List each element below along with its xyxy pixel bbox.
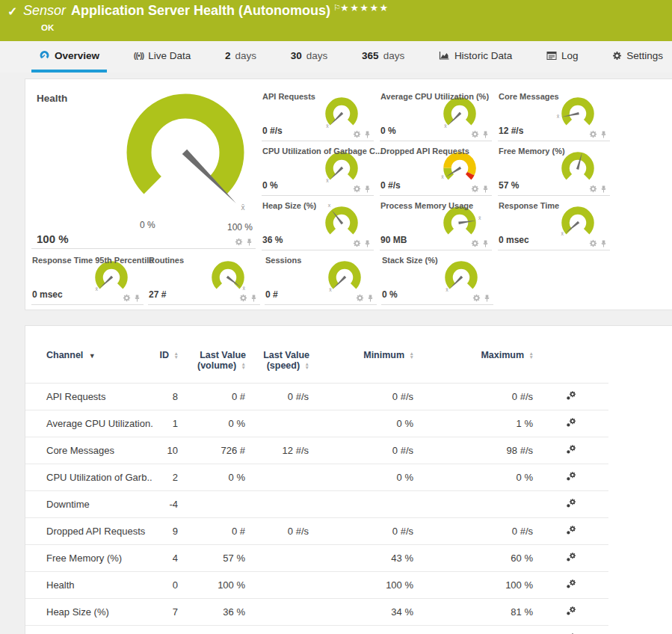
gauge-pin-icon[interactable] (482, 240, 489, 247)
column-header-last_speed[interactable]: Last Value (speed) ▲▼ (246, 347, 309, 384)
cell-maximum: 1 % (414, 410, 534, 437)
column-header-minimum[interactable]: Minimum ▲▼ (309, 347, 414, 384)
gauge-settings-icon[interactable] (472, 294, 481, 302)
cell-id: 2 (152, 464, 179, 491)
channel-settings-icon[interactable] (566, 417, 577, 428)
cell-last-volume: 36 % (179, 599, 246, 626)
gauge-value: 0 % (262, 180, 278, 191)
cell-last-speed: 0 #/s (246, 518, 309, 545)
priority-stars[interactable]: ★★★★★ (340, 2, 389, 13)
gauge-cell-response-time: Response Time x̄0 msec (498, 196, 610, 250)
gauge-settings-icon[interactable] (239, 294, 247, 302)
channel-settings-icon[interactable] (566, 498, 577, 508)
cell-id: 8 (152, 384, 179, 410)
cell-channel: CPU Utilization of Garb... (25, 464, 152, 491)
gauge-title: CPU Utilization of Garbage C... (262, 147, 382, 156)
gauge-value: 0 #/s (380, 180, 401, 191)
gauge-settings-icon[interactable] (235, 238, 243, 246)
cell-last-volume (179, 491, 246, 518)
gauge-settings-icon[interactable] (589, 185, 597, 193)
cell-minimum: 0 % (309, 464, 414, 491)
column-header-channel[interactable]: Channel ▼ (25, 347, 152, 384)
channel-settings-icon[interactable] (566, 552, 577, 562)
gauge-settings-icon[interactable] (356, 294, 364, 302)
cell-last-speed: 12 #/s (246, 437, 309, 464)
tab-settings[interactable]: Settings (605, 41, 671, 73)
tab-historic-data[interactable]: Historic Data (431, 41, 520, 73)
cell-minimum: 43 % (309, 545, 414, 572)
gauge-pin-icon[interactable] (364, 131, 371, 138)
gauge-pin-icon[interactable] (482, 185, 489, 193)
gauge-pin-icon[interactable] (600, 185, 607, 193)
cell-last-speed (246, 572, 309, 599)
overview-icon (39, 50, 50, 61)
channel-settings-icon[interactable] (566, 390, 577, 401)
gauge-settings-icon[interactable] (353, 239, 361, 247)
channels-table: Channel ▼ID ▲▼Last Value (volume) ▲▼Last… (25, 347, 608, 634)
column-header-maximum[interactable]: Maximum ▲▼ (414, 347, 534, 384)
tab-2-days[interactable]: 2days (218, 41, 264, 73)
gauge-pin-icon[interactable] (246, 238, 253, 246)
cell-minimum: 0 #/s (309, 518, 414, 545)
gauge-cell-heap-size: Heap Size (%) x̄36 % (262, 196, 374, 250)
channel-settings-icon[interactable] (566, 444, 577, 455)
gauge-pin-icon[interactable] (600, 131, 607, 138)
gauge-settings-icon[interactable] (123, 294, 131, 302)
gauge-settings-icon[interactable] (353, 130, 361, 138)
gauge-settings-icon[interactable] (589, 130, 597, 138)
gauge-pin-icon[interactable] (364, 240, 371, 247)
cell-maximum (414, 491, 534, 518)
gauge-settings-icon[interactable] (471, 239, 479, 247)
gauge-pin-icon[interactable] (250, 295, 257, 302)
gauge-cell-routines: Routines x̄27 # (148, 250, 260, 305)
tab-overview[interactable]: Overview (31, 41, 107, 73)
cell-last-speed (246, 491, 309, 518)
object-kind-label: Sensor (23, 3, 66, 18)
cell-last-volume: 0 # (179, 518, 246, 545)
tab-30-days[interactable]: 30days (283, 41, 336, 73)
gauge-title: Sessions (265, 256, 301, 265)
tab-live-data[interactable]: ((•))Live Data (126, 41, 199, 73)
tab-log[interactable]: Log (539, 41, 586, 73)
sort-icon: ▲▼ (410, 352, 414, 359)
sort-icon: ▲▼ (305, 363, 309, 369)
channel-settings-icon[interactable] (566, 579, 577, 589)
sensor-ok-check-icon: ✓ (7, 4, 17, 19)
cell-maximum: 60 % (414, 545, 534, 572)
column-header-last_volume[interactable]: Last Value (volume) ▲▼ (179, 347, 246, 384)
gauge-cell-response-time-95th-percentile: Response Time 95th Percentile x̄0 msec (31, 250, 144, 305)
gauge-max-label: 100 % (227, 222, 253, 233)
channel-row: Downtime-4 (25, 491, 608, 518)
gauge-settings-icon[interactable] (471, 185, 479, 193)
gauge-pin-icon[interactable] (600, 240, 607, 247)
gauge-pin-icon[interactable] (482, 131, 489, 138)
cell-maximum: 113 MB (414, 626, 534, 634)
primary-gauge-title: Health (37, 93, 67, 104)
gauge-pin-icon[interactable] (134, 295, 141, 302)
channel-settings-icon[interactable] (566, 525, 577, 535)
column-header-id[interactable]: ID ▲▼ (152, 347, 179, 384)
gauge-settings-icon[interactable] (589, 239, 597, 247)
tab-bar: Overview((•))Live Data2days30days365days… (0, 41, 672, 73)
gauge-cell-api-requests: API Requests x̄0 #/s (262, 87, 374, 141)
gauge-title: Response Time 95th Percentile (32, 256, 153, 265)
gauge-value: 57 % (499, 180, 519, 191)
gauge-pin-icon[interactable] (484, 295, 490, 302)
channel-settings-icon[interactable] (566, 606, 577, 616)
cell-id: -4 (152, 491, 179, 518)
channel-row: Average CPU Utilization...10 %0 %1 % (25, 410, 608, 437)
gauge-settings-icon[interactable] (471, 130, 479, 138)
channel-settings-icon[interactable] (566, 471, 577, 481)
gauge-value: 36 % (262, 235, 283, 245)
gauge-pin-icon[interactable] (367, 295, 374, 302)
cell-channel: Free Memory (%) (25, 545, 152, 572)
cell-minimum: 0 % (309, 410, 414, 437)
tab-365-days[interactable]: 365days (354, 41, 412, 73)
log-icon (546, 52, 557, 60)
svg-text:x̄: x̄ (326, 123, 329, 129)
svg-text:x̄: x̄ (326, 178, 329, 183)
gauge-pin-icon[interactable] (364, 185, 371, 193)
gauge-settings-icon[interactable] (353, 185, 361, 193)
gauge-cell-sessions: Sessions x̄0 # (265, 250, 377, 305)
sort-icon: ▲▼ (241, 363, 246, 369)
